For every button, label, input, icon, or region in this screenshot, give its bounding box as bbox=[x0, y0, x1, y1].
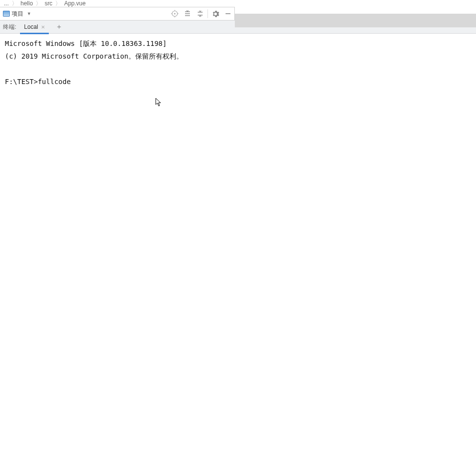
add-terminal-tab[interactable]: ＋ bbox=[54, 21, 64, 32]
locate-icon[interactable] bbox=[168, 7, 181, 20]
divider bbox=[207, 9, 208, 18]
minimize-icon[interactable] bbox=[222, 7, 234, 20]
breadcrumb-item[interactable]: src bbox=[44, 0, 52, 7]
gear-icon[interactable] bbox=[209, 7, 222, 20]
window-icon bbox=[3, 11, 10, 17]
svg-point-1 bbox=[174, 13, 176, 15]
breadcrumb-item[interactable]: ... bbox=[4, 0, 9, 7]
terminal-line: Microsoft Windows [版本 10.0.18363.1198] bbox=[5, 40, 166, 47]
terminal-prompt-line: F:\TEST>fullcode bbox=[5, 78, 71, 85]
breadcrumb: ... 〉 hello 〉 src 〉 App.vue bbox=[0, 0, 476, 7]
editor-tab-strip bbox=[235, 14, 476, 27]
terminal-output[interactable]: Microsoft Windows [版本 10.0.18363.1198] (… bbox=[0, 34, 476, 92]
breadcrumb-item[interactable]: hello bbox=[21, 0, 33, 7]
terminal-tab-local[interactable]: Local ✕ bbox=[20, 21, 49, 34]
terminal-tabs-label: 终端: bbox=[3, 23, 16, 31]
collapse-all-icon[interactable] bbox=[194, 7, 207, 20]
terminal-line: (c) 2019 Microsoft Corporation。保留所有权利。 bbox=[5, 52, 183, 60]
project-toolbar: 项目 ▼ bbox=[0, 7, 235, 21]
expand-all-icon[interactable] bbox=[181, 7, 194, 20]
close-icon[interactable]: ✕ bbox=[41, 24, 45, 30]
project-label: 项目 bbox=[12, 10, 23, 18]
cursor-icon bbox=[155, 98, 162, 107]
chevron-down-icon: ▼ bbox=[27, 11, 31, 16]
project-dropdown[interactable]: 项目 ▼ bbox=[0, 10, 31, 18]
breadcrumb-item[interactable]: App.vue bbox=[64, 0, 85, 7]
terminal-tab-label: Local bbox=[24, 23, 38, 30]
